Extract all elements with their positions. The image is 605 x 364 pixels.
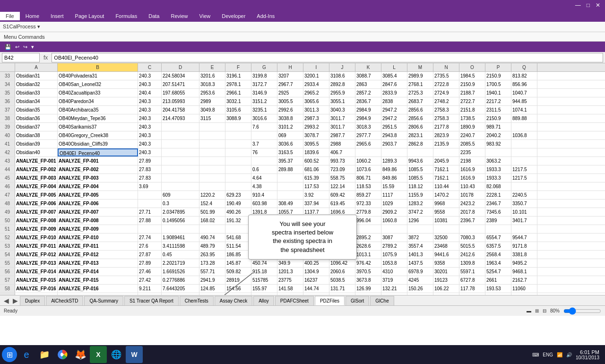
cell-58G[interactable]: 155.97 bbox=[251, 285, 277, 293]
cell-40K[interactable]: 2977.7 bbox=[355, 131, 381, 139]
cell-55H[interactable]: 349.9 bbox=[277, 259, 303, 267]
cell-48H[interactable]: 308.49 bbox=[277, 199, 303, 208]
cell-51B[interactable]: ANALYZE_FP-009 bbox=[58, 225, 138, 233]
cell-35I[interactable]: 2965.2 bbox=[303, 89, 329, 97]
col-header-O[interactable]: O bbox=[459, 63, 485, 71]
cell-54E[interactable]: 263.95 bbox=[199, 251, 225, 259]
redo-icon[interactable]: ↪ bbox=[22, 44, 28, 50]
cell-53P[interactable]: 6357.5 bbox=[485, 242, 511, 250]
cell-46J[interactable]: 122.14 bbox=[329, 182, 355, 191]
cell-55G[interactable]: 450.74 bbox=[251, 259, 277, 267]
cell-33C[interactable]: 240.3 bbox=[138, 72, 162, 80]
cell-40H[interactable]: 069 bbox=[277, 131, 303, 139]
cell-41C[interactable]: 240.3 bbox=[138, 140, 162, 148]
cell-56K[interactable]: 3970.5 bbox=[355, 268, 381, 276]
cell-43P[interactable]: 3063.2 bbox=[485, 157, 511, 165]
sheet-tab-QA-Summary[interactable]: QA-Summary bbox=[84, 296, 123, 305]
speaker-icon[interactable]: 🔊 bbox=[566, 352, 572, 357]
cell-54B[interactable]: ANALYZE_FP-012 bbox=[58, 251, 138, 259]
cell-55M[interactable]: 1437.5 bbox=[407, 259, 433, 267]
cell-35D[interactable]: 197.68055 bbox=[162, 89, 199, 97]
cell-41L[interactable]: 2903.7 bbox=[381, 140, 407, 148]
cell-43N[interactable]: 2045.9 bbox=[433, 157, 459, 165]
cell-49F[interactable]: 490.26 bbox=[225, 208, 251, 216]
cell-59C[interactable]: 27.9 bbox=[138, 293, 162, 295]
cell-40E[interactable] bbox=[199, 131, 225, 139]
cell-49D[interactable]: 2.0347895 bbox=[162, 208, 199, 216]
cell-34B[interactable]: OB40San_Leonel32 bbox=[58, 80, 138, 88]
cell-37M[interactable]: 2856.6 bbox=[407, 106, 433, 114]
cell-38G[interactable]: 3016.6 bbox=[251, 114, 277, 122]
cell-45L[interactable]: 849.86 bbox=[381, 174, 407, 182]
cell-42M[interactable] bbox=[407, 148, 433, 156]
cell-58P[interactable]: 193.53 bbox=[485, 285, 511, 293]
cell-42J[interactable]: 406.7 bbox=[329, 148, 355, 156]
cell-50K[interactable]: 996.04 bbox=[355, 217, 381, 225]
cell-46G[interactable]: 4.38 bbox=[251, 182, 277, 191]
cell-51C[interactable] bbox=[138, 225, 162, 233]
cell-51M[interactable] bbox=[407, 225, 433, 233]
cell-44Q[interactable]: 1217.5 bbox=[511, 165, 537, 173]
cell-44D[interactable] bbox=[162, 165, 199, 173]
cell-54D[interactable]: 0.45 bbox=[162, 251, 199, 259]
cell-49M[interactable]: 3747.2 bbox=[407, 208, 433, 216]
cell-35H[interactable]: 2925 bbox=[277, 89, 303, 97]
cell-40A[interactable]: Obsidian38 bbox=[15, 131, 58, 139]
cell-42O[interactable]: 2235 bbox=[459, 148, 485, 156]
excel-icon[interactable]: X bbox=[90, 346, 107, 363]
undo-icon[interactable]: ↩ bbox=[14, 44, 20, 50]
cell-39K[interactable]: 3018.3 bbox=[355, 123, 381, 131]
cell-34F[interactable]: 2978.1 bbox=[225, 80, 251, 88]
cell-38I[interactable]: 2987.3 bbox=[303, 114, 329, 122]
cell-56D[interactable]: 1.6691526 bbox=[162, 268, 199, 276]
cell-37C[interactable]: 240.3 bbox=[138, 106, 162, 114]
tab-addins[interactable]: Add-Ins bbox=[251, 12, 280, 20]
sheet-nav-left[interactable]: ◀ bbox=[2, 297, 11, 304]
cell-45K[interactable]: 806.71 bbox=[355, 174, 381, 182]
cell-37J[interactable]: 3040.3 bbox=[329, 106, 355, 114]
cell-57M[interactable]: 4245 bbox=[407, 276, 433, 284]
cell-36P[interactable]: 2217.2 bbox=[485, 97, 511, 105]
cell-35B[interactable]: OB40Zacualtipan33 bbox=[58, 89, 138, 97]
cell-41I[interactable]: 3095.5 bbox=[303, 140, 329, 148]
cell-40N[interactable]: 2823.9 bbox=[433, 131, 459, 139]
cell-57D[interactable]: 0.2776886 bbox=[162, 276, 199, 284]
cell-56I[interactable]: 1304.9 bbox=[303, 268, 329, 276]
cell-45Q[interactable]: 1217.5 bbox=[511, 174, 537, 182]
cell-33Q[interactable]: 813.82 bbox=[511, 72, 537, 80]
network-icon[interactable]: 📶 bbox=[557, 352, 562, 357]
cell-45H[interactable] bbox=[277, 174, 303, 182]
cell-35A[interactable]: Obsidian33 bbox=[15, 89, 58, 97]
cell-52F[interactable]: 541.68 bbox=[225, 234, 251, 242]
cell-51O[interactable] bbox=[459, 225, 485, 233]
cell-57Q[interactable]: 2162.7 bbox=[511, 276, 537, 284]
cell-59G[interactable]: 126942 bbox=[251, 293, 277, 295]
cell-35J[interactable]: 2955.9 bbox=[329, 89, 355, 97]
cell-35G[interactable]: 3146.9 bbox=[251, 89, 277, 97]
cell-40Q[interactable]: 1036.8 bbox=[511, 131, 537, 139]
cell-37E[interactable]: 3049.8 bbox=[199, 106, 225, 114]
view-normal-icon[interactable]: ▬ bbox=[527, 308, 531, 313]
keyboard-icon[interactable]: ⌨ bbox=[532, 352, 539, 357]
cell-44I[interactable]: 681.06 bbox=[303, 165, 329, 173]
formula-input[interactable]: OB40El_Peceno40 bbox=[52, 53, 603, 62]
cell-54Q[interactable]: 3381.8 bbox=[511, 251, 537, 259]
cell-33B[interactable]: OB40Polvadera31 bbox=[58, 72, 138, 80]
cell-35K[interactable]: 2857.2 bbox=[355, 89, 381, 97]
cell-46L[interactable]: 15.59 bbox=[381, 182, 407, 191]
view-layout-icon[interactable]: ⊞ bbox=[535, 308, 539, 313]
cell-48I[interactable]: 337.94 bbox=[303, 199, 329, 208]
cell-50M[interactable]: 1296 bbox=[407, 217, 433, 225]
col-header-M[interactable]: M bbox=[407, 63, 433, 71]
cell-36Q[interactable]: 944.85 bbox=[511, 97, 537, 105]
cell-40F[interactable] bbox=[225, 131, 251, 139]
cell-54M[interactable]: 1401.3 bbox=[407, 251, 433, 259]
tab-home[interactable]: Home bbox=[20, 12, 45, 20]
cell-43L[interactable]: 1289.3 bbox=[381, 157, 407, 165]
cell-50B[interactable]: ANALYZE_FP-008 bbox=[58, 217, 138, 225]
cell-42F[interactable] bbox=[225, 148, 251, 156]
cell-36E[interactable]: 2989 bbox=[199, 97, 225, 105]
cell-38O[interactable]: 1738.5 bbox=[459, 114, 485, 122]
col-header-E[interactable]: E bbox=[199, 63, 225, 71]
cell-42N[interactable] bbox=[433, 148, 459, 156]
